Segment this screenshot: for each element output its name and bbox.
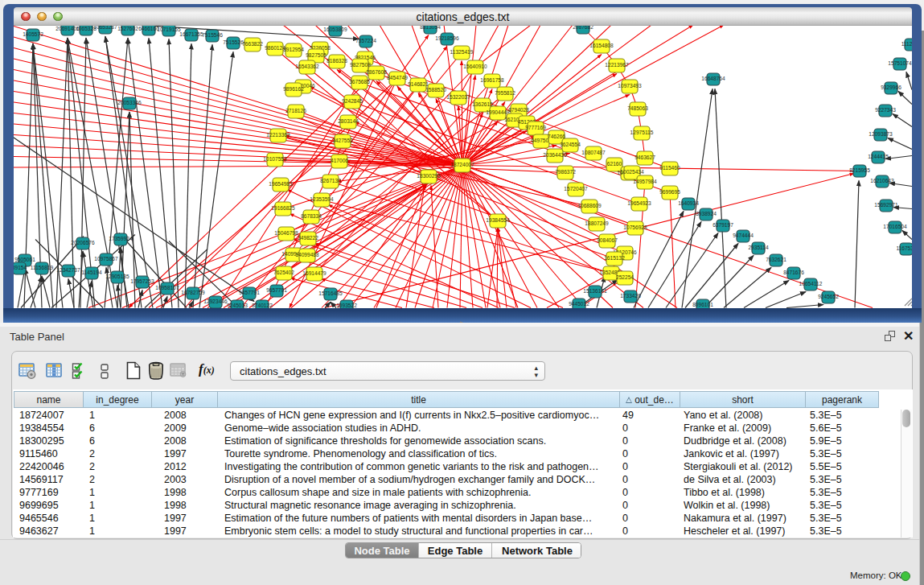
svg-text:9657791: 9657791: [266, 287, 287, 293]
svg-text:8096101: 8096101: [692, 302, 713, 307]
svg-text:15751074: 15751074: [888, 60, 912, 66]
svg-text:8267130: 8267130: [320, 178, 341, 183]
svg-text:16914479: 16914479: [302, 270, 326, 276]
svg-text:10025434: 10025434: [620, 169, 644, 175]
svg-text:10107553: 10107553: [263, 156, 287, 162]
svg-text:1093522: 1093522: [336, 303, 357, 308]
svg-text:10958107: 10958107: [155, 285, 179, 290]
svg-text:15716485: 15716485: [318, 290, 343, 296]
svg-text:1112004: 1112004: [901, 41, 912, 47]
svg-text:12342737: 12342737: [56, 267, 80, 273]
svg-text:12923446: 12923446: [203, 299, 228, 304]
svg-text:15322037: 15322037: [446, 94, 470, 100]
svg-text:6794028: 6794028: [508, 107, 529, 113]
svg-text:7625402: 7625402: [273, 270, 294, 275]
svg-text:8471676: 8471676: [783, 270, 804, 275]
svg-text:9457791: 9457791: [239, 290, 260, 295]
svg-text:17016504: 17016504: [883, 224, 907, 229]
svg-text:9227343: 9227343: [875, 107, 896, 113]
svg-text:12975115: 12975115: [630, 130, 654, 135]
svg-text:7632621: 7632621: [766, 257, 786, 262]
svg-text:10688609: 10688609: [577, 203, 602, 208]
svg-text:3624554: 3624554: [560, 142, 581, 147]
svg-text:9777169: 9777169: [525, 125, 546, 130]
svg-text:15136141: 15136141: [583, 288, 607, 294]
svg-text:15640910: 15640910: [463, 64, 487, 69]
svg-text:7663822: 7663822: [242, 41, 263, 47]
svg-text:2718126: 2718126: [285, 108, 306, 113]
svg-text:2803144: 2803144: [338, 118, 359, 124]
svg-text:15046798: 15046798: [274, 230, 298, 236]
svg-text:7986372: 7986372: [555, 169, 576, 175]
svg-text:16053809: 16053809: [323, 27, 347, 32]
svg-text:9084067: 9084067: [597, 237, 618, 243]
svg-text:10654112: 10654112: [799, 281, 823, 286]
svg-text:19904448: 19904448: [486, 109, 510, 115]
svg-text:19384554: 19384554: [486, 217, 510, 223]
svg-text:17359924: 17359924: [109, 236, 133, 241]
svg-text:18300295: 18300295: [417, 173, 441, 179]
svg-text:252254: 252254: [616, 274, 634, 280]
svg-text:12905135: 12905135: [105, 274, 129, 279]
svg-text:9699695: 9699695: [659, 189, 680, 195]
svg-text:15692971: 15692971: [874, 202, 898, 208]
svg-text:3498222: 3498222: [298, 235, 318, 241]
svg-text:9474444: 9474444: [733, 233, 754, 238]
svg-text:16782759: 16782759: [181, 290, 205, 295]
svg-text:10719155: 10719155: [157, 27, 181, 32]
svg-text:10973493: 10973493: [618, 83, 642, 89]
svg-text:9146821: 9146821: [408, 81, 429, 87]
svg-text:12093873: 12093873: [869, 131, 893, 137]
svg-text:16154808: 16154808: [589, 43, 614, 48]
svg-text:8678334: 8678334: [301, 213, 322, 219]
svg-text:3427552: 3427552: [332, 138, 353, 143]
svg-text:3675685: 3675685: [349, 79, 370, 84]
svg-text:12213369: 12213369: [266, 132, 290, 138]
svg-text:20206576: 20206576: [71, 240, 95, 245]
svg-text:1167531: 1167531: [896, 245, 912, 251]
svg-text:39154: 39154: [14, 265, 27, 270]
svg-text:8454749: 8454749: [387, 75, 408, 80]
svg-text:15720407: 15720407: [564, 186, 588, 192]
svg-text:7515546: 7515546: [202, 32, 223, 38]
svg-text:10756928: 10756928: [623, 225, 647, 230]
svg-text:14957984: 14957984: [633, 179, 657, 184]
svg-text:1405572: 1405572: [23, 31, 43, 37]
svg-text:746266: 746266: [548, 134, 565, 139]
svg-text:9463627: 9463627: [634, 154, 655, 160]
svg-text:16648764: 16648764: [701, 76, 725, 81]
svg-text:19166825: 19166825: [271, 205, 295, 211]
svg-text:18724007: 18724007: [450, 162, 474, 167]
svg-text:7515526: 7515526: [223, 39, 244, 45]
svg-text:6466160: 6466160: [138, 26, 159, 31]
svg-text:1733426: 1733426: [620, 293, 641, 299]
svg-text:18807249: 18807249: [585, 220, 609, 226]
svg-text:7357224: 7357224: [355, 38, 376, 43]
svg-text:16961758: 16961758: [480, 77, 504, 83]
svg-text:9827505: 9827505: [306, 52, 326, 58]
svg-text:62160: 62160: [607, 161, 622, 167]
svg-text:8912954: 8912954: [283, 47, 304, 52]
svg-text:8740122: 8740122: [252, 303, 273, 308]
svg-text:2935114: 2935114: [748, 245, 769, 250]
svg-text:11156819: 11156819: [31, 265, 54, 270]
svg-text:19218596: 19218596: [435, 35, 459, 41]
svg-text:16671355: 16671355: [179, 31, 203, 37]
svg-text:9115460: 9115460: [659, 165, 680, 171]
svg-text:9505061: 9505061: [14, 257, 35, 262]
svg-text:16210643: 16210643: [870, 178, 894, 183]
svg-text:9827508: 9827508: [350, 62, 371, 68]
svg-text:10975867: 10975867: [94, 256, 118, 262]
svg-text:9245652: 9245652: [818, 294, 839, 299]
svg-text:1615132: 1615132: [604, 255, 625, 261]
svg-text:14099488: 14099488: [295, 252, 319, 257]
svg-text:2867608: 2867608: [366, 69, 387, 75]
svg-text:8186328: 8186328: [326, 58, 347, 64]
svg-text:9329966: 9329966: [881, 84, 901, 90]
svg-text:9245013: 9245013: [227, 303, 248, 308]
svg-text:19654923: 19654923: [627, 200, 651, 206]
svg-text:1362615: 1362615: [472, 101, 493, 107]
svg-text:9896162: 9896162: [283, 86, 304, 92]
svg-text:8938924: 8938924: [696, 211, 717, 216]
svg-text:12353594: 12353594: [310, 196, 334, 202]
